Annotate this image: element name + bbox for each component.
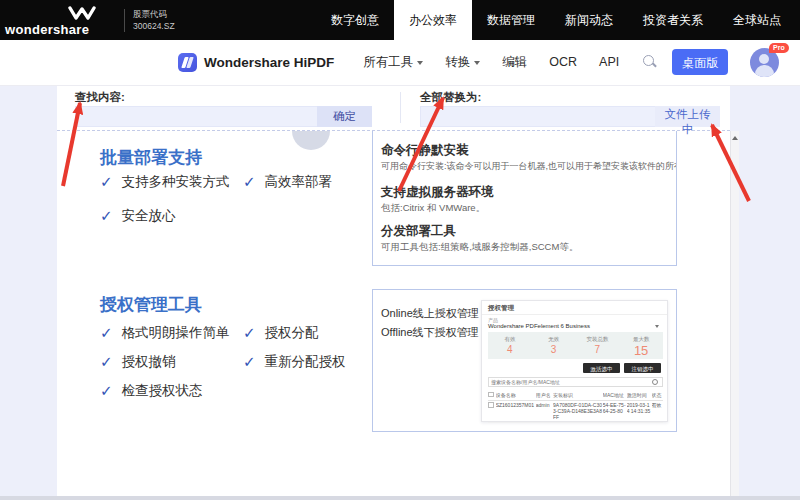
table-row[interactable]: SZ16012357M01 admin 9A7080DF-01DA-C303-C… [488, 401, 663, 423]
find-label: 查找内容: [75, 90, 125, 105]
topnav-item-global-sites[interactable]: 全球站点 [718, 0, 796, 40]
chevron-down-icon[interactable] [655, 325, 659, 328]
chevron-down-icon [417, 61, 423, 65]
topnav-item-digital-creativity[interactable]: 数字创意 [316, 0, 394, 40]
user-avatar[interactable]: Pro [750, 48, 779, 77]
device-table: 设备名称 用户名 安装标识 MAC地址 激活时间 状态 SZ16012357M0… [488, 390, 663, 423]
check-icon: ✓ [243, 353, 256, 371]
license-panel: Online线上授权管理 Offline线下授权管理 授权管理 产品 Wonde… [372, 289, 677, 432]
device-search-input[interactable] [488, 377, 663, 387]
row-checkbox[interactable] [488, 402, 494, 408]
replace-input[interactable] [420, 106, 655, 127]
check-icon: ✓ [243, 324, 256, 342]
vertical-scrollbar[interactable] [730, 131, 739, 496]
find-input[interactable] [75, 106, 317, 127]
feature-item: ✓ 格式明朗操作简单 [100, 324, 230, 342]
license-caption: Online线上授权管理 Offline线下授权管理 [381, 304, 479, 342]
search-icon [652, 379, 658, 385]
product-select[interactable]: Wondershare PDFelement 6 Business [488, 323, 590, 329]
feature-item: ✓ 检查授权状态 [100, 382, 203, 400]
topnav-item-office-efficiency[interactable]: 办公效率 [394, 0, 472, 40]
replace-label: 全部替换为: [420, 90, 481, 105]
select-all-checkbox[interactable] [488, 392, 494, 398]
stat-value: 7 [576, 344, 620, 355]
license-manager-screenshot: 授权管理 产品 Wondershare PDFelement 6 Busines… [481, 300, 668, 422]
stat-value: 4 [488, 344, 532, 355]
hipdf-brand[interactable]: Wondershare HiPDF [204, 55, 334, 70]
desktop-version-button[interactable]: 桌面版 [672, 49, 728, 75]
panel-body: 可用工具包括:组策略,域服务控制器,SCCM等。 [381, 241, 578, 254]
avatar-head [759, 54, 769, 64]
feature-item: ✓ 支持多种安装方式 [100, 173, 230, 191]
nav-item-edit[interactable]: 编辑 [502, 54, 527, 71]
topnav-item-data-management[interactable]: 数据管理 [472, 0, 550, 40]
panel-body: 包括:Citrix 和 VMWare。 [381, 202, 485, 215]
check-icon: ✓ [100, 324, 113, 342]
scroll-up-button[interactable] [731, 133, 739, 143]
triangle-up-icon [732, 136, 738, 140]
topnav-item-investor-relations[interactable]: 投资者关系 [628, 0, 718, 40]
page: 只要计算机满足基本要求,可以通过安装向导完成命令行安装。 命令行静默安装 可用命… [0, 0, 800, 500]
nav-item-all-tools[interactable]: 所有工具 [363, 54, 423, 71]
nav-item-convert[interactable]: 转换 [445, 54, 480, 71]
avatar-body [755, 65, 774, 77]
feature-item: ✓ 授权分配 [243, 324, 319, 342]
pro-badge: Pro [769, 43, 790, 53]
stat-value: 15 [619, 343, 663, 358]
check-icon: ✓ [243, 173, 256, 191]
panel-heading: 分发部署工具 [381, 223, 456, 240]
check-icon: ✓ [100, 353, 113, 371]
bottom-edge-strip [0, 496, 800, 500]
feature-item: ✓ 安全放心 [100, 207, 176, 225]
panel-body: 可用命令行安装:该命令可以用于一台机器,也可以用于希望安装该软件的所有机器。 [381, 160, 677, 173]
panel-heading: 命令行静默安装 [381, 142, 469, 159]
check-icon: ✓ [100, 207, 113, 225]
screenshot-title: 授权管理 [488, 304, 514, 313]
topnav-item-news[interactable]: 新闻动态 [550, 0, 628, 40]
feature-item: ✓ 高效率部署 [243, 173, 332, 191]
divider [482, 314, 667, 315]
wondershare-logo[interactable]: wondershare [5, 4, 115, 38]
nav-item-api[interactable]: API [599, 55, 619, 69]
deactivate-selected-button[interactable]: 注销选中 [624, 363, 661, 373]
license-stats: 有效4 无效3 安装总数7 最大数15 [488, 332, 663, 359]
status-badge: 有效 [652, 402, 663, 408]
search-icon[interactable] [642, 54, 658, 70]
check-icon: ✓ [100, 173, 113, 191]
divider [400, 92, 401, 123]
upload-status-button[interactable]: 文件上传中 [655, 106, 720, 127]
hipdf-logo-icon[interactable] [178, 53, 197, 72]
divider [124, 9, 125, 32]
check-icon: ✓ [100, 382, 113, 400]
feature-item: ✓ 重新分配授权 [243, 353, 346, 371]
confirm-button[interactable]: 确定 [317, 106, 372, 127]
nav-item-ocr[interactable]: OCR [549, 55, 577, 69]
feature-item: ✓ 授权撤销 [100, 353, 176, 371]
stock-code: 股票代码 300624.SZ [133, 8, 175, 32]
find-replace-bar: 查找内容: 确定 全部替换为: 文件上传中 [57, 85, 730, 131]
top-nav: 数字创意 办公效率 数据管理 新闻动态 投资者关系 全球站点 [400, 0, 800, 40]
activate-selected-button[interactable]: 激活选中 [583, 363, 620, 373]
chevron-down-icon [474, 61, 480, 65]
panel-heading: 支持虚拟服务器环境 [381, 184, 494, 201]
table-header-row: 设备名称 用户名 安装标识 MAC地址 激活时间 状态 [488, 390, 663, 401]
section-title-license: 授权管理工具 [100, 293, 202, 316]
stat-value: 3 [532, 344, 576, 355]
section-title-deploy: 批量部署支持 [100, 146, 202, 169]
